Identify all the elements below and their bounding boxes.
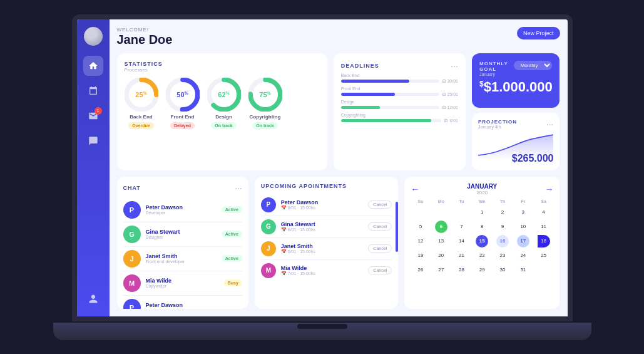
scroll-bar (396, 202, 398, 252)
cal-next-button[interactable]: → (544, 184, 553, 194)
header: WELCOME! Jane Doe New Project (117, 27, 560, 47)
cal-day[interactable] (456, 206, 468, 219)
chat-item[interactable]: M Mia Wilde Copywriter Busy (123, 271, 242, 296)
process-design: 62% Design On track (207, 78, 241, 129)
cal-day[interactable]: 13 (435, 235, 447, 247)
cal-day[interactable]: 18 (538, 235, 550, 247)
statistics-card: STATISTICS Processes (117, 53, 327, 170)
cal-day[interactable]: 9 (496, 221, 509, 233)
appointments-card: UPCOMING APOINTMENTS P Peter Dawson 📅 6/… (255, 177, 398, 309)
cal-day[interactable]: 16 (496, 235, 509, 247)
chat-avatar: J (123, 250, 141, 268)
copy-percent: 75% (259, 90, 270, 98)
cal-day[interactable]: 24 (517, 249, 529, 262)
cal-day[interactable]: 25 (538, 249, 550, 262)
sidebar-icon-home[interactable] (83, 56, 103, 76)
sidebar-icon-user[interactable] (83, 289, 103, 309)
appt-info: Gina Stewart 📅 6/01 · 15.00hs (281, 221, 364, 232)
cancel-button[interactable]: Cancel (368, 244, 392, 252)
frontend-label: Front End (171, 114, 195, 120)
cal-prev-button[interactable]: ← (411, 184, 419, 194)
proj-amount: $265.000 (512, 153, 554, 164)
day-header: Th (493, 198, 513, 205)
cal-day[interactable]: 19 (414, 249, 427, 262)
chat-item[interactable]: G Gina Stewart Designer Active (123, 222, 242, 247)
statistics-subtitle: Processes (125, 67, 163, 73)
chat-list: P Peter Dawson Developer Active G Gina S… (123, 198, 242, 309)
cal-day[interactable]: 31 (517, 264, 529, 276)
chat-info: Janet Smith Front end developer (146, 253, 217, 264)
calendar-card: ← JANUARY 2020 → Su Mo Tu We Th Fr (404, 177, 560, 309)
goal-amount: $$1.000.000 (479, 79, 552, 95)
appt-avatar: G (261, 219, 276, 234)
statistics-title: STATISTICS (125, 61, 163, 67)
chat-avatar: P (123, 299, 141, 309)
backend-badge: Overdue (128, 122, 153, 129)
appointments-title: UPCOMING APOINTMENTS (261, 183, 347, 189)
sidebar-icon-calendar[interactable] (83, 81, 103, 101)
process-copy: 75% Copyrighting On track (248, 78, 282, 129)
sidebar: 1 (77, 19, 110, 316)
appointments-list: P Peter Dawson 📅 6/01 · 15.00hs Cancel G… (261, 194, 392, 281)
cal-day[interactable]: 28 (456, 264, 468, 276)
proj-title: PROJECTION (478, 119, 517, 125)
cal-day[interactable]: 12 (414, 235, 427, 247)
cancel-button[interactable]: Cancel (368, 200, 392, 209)
sidebar-icon-mail[interactable]: 1 (83, 106, 103, 126)
new-project-button[interactable]: New Project (517, 27, 560, 39)
cal-day[interactable]: 3 (517, 206, 529, 219)
chat-avatar: M (123, 274, 141, 292)
cal-day[interactable]: 17 (517, 235, 529, 247)
cal-day-today[interactable]: 15 (476, 235, 488, 247)
cal-day[interactable] (414, 206, 427, 219)
cal-day[interactable]: 11 (538, 221, 550, 233)
sidebar-icon-chat[interactable] (83, 131, 103, 151)
cal-day[interactable]: 1 (476, 206, 488, 219)
chat-status: Active (222, 255, 242, 262)
deadline-backend: Back End 🗓 30/01 (341, 73, 458, 83)
copy-badge: On track (252, 122, 277, 129)
cal-day[interactable]: 14 (456, 235, 468, 247)
cancel-button[interactable]: Cancel (368, 266, 392, 274)
chat-item[interactable]: P Peter Dawson Developer Active (123, 198, 242, 222)
cal-day[interactable]: 21 (456, 249, 468, 262)
frontend-badge: Delayed (170, 122, 195, 129)
cal-year: 2020 (467, 190, 497, 195)
cal-day[interactable]: 7 (456, 221, 468, 233)
cal-day[interactable]: 2 (496, 206, 509, 219)
cal-day[interactable]: 4 (538, 206, 550, 219)
mail-badge: 1 (95, 107, 102, 115)
chat-item[interactable]: P Peter Dawson Developer (123, 296, 242, 309)
top-row: STATISTICS Processes (117, 53, 560, 170)
cal-day[interactable]: 30 (496, 264, 509, 276)
header-text: WELCOME! Jane Doe (117, 27, 173, 47)
cal-day[interactable]: 26 (414, 264, 427, 276)
cancel-button[interactable]: Cancel (368, 222, 392, 231)
cal-day[interactable]: 10 (517, 221, 529, 233)
cal-day[interactable]: 29 (476, 264, 488, 276)
cal-day[interactable]: 8 (476, 221, 488, 233)
chat-title: CHAT (123, 185, 141, 191)
proj-menu[interactable]: ··· (546, 119, 554, 129)
main-content: WELCOME! Jane Doe New Project STATISTICS… (110, 19, 568, 316)
chat-info: Gina Stewart Designer (146, 229, 217, 239)
cal-day[interactable]: 23 (496, 249, 509, 262)
deadlines-card: Deadlines ··· Back End 🗓 30/01 Front End (334, 53, 466, 170)
chat-item[interactable]: J Janet Smith Front end developer Active (123, 247, 242, 271)
cal-day[interactable]: 22 (476, 249, 488, 262)
deadlines-menu[interactable]: ··· (451, 61, 458, 71)
backend-percent: 25% (135, 90, 146, 98)
cal-day[interactable]: 5 (414, 221, 427, 233)
cal-day (538, 264, 550, 276)
chat-menu[interactable]: ··· (235, 183, 242, 193)
goal-title: MONTHLY GOAL (479, 61, 514, 72)
cal-grid: Su Mo Tu We Th Fr Sa 1 2 3 4 (411, 198, 553, 277)
cal-day-highlight[interactable]: 6 (435, 221, 447, 233)
chat-info: Peter Dawson Developer (146, 302, 242, 309)
appt-item: G Gina Stewart 📅 6/01 · 15.00hs Cancel (261, 216, 392, 238)
cal-day[interactable] (435, 206, 447, 219)
cal-day[interactable]: 27 (435, 264, 447, 276)
monthly-select[interactable]: Monthly Weekly (514, 61, 552, 70)
cal-day[interactable]: 20 (435, 249, 447, 262)
cal-month: JANUARY (467, 183, 497, 190)
